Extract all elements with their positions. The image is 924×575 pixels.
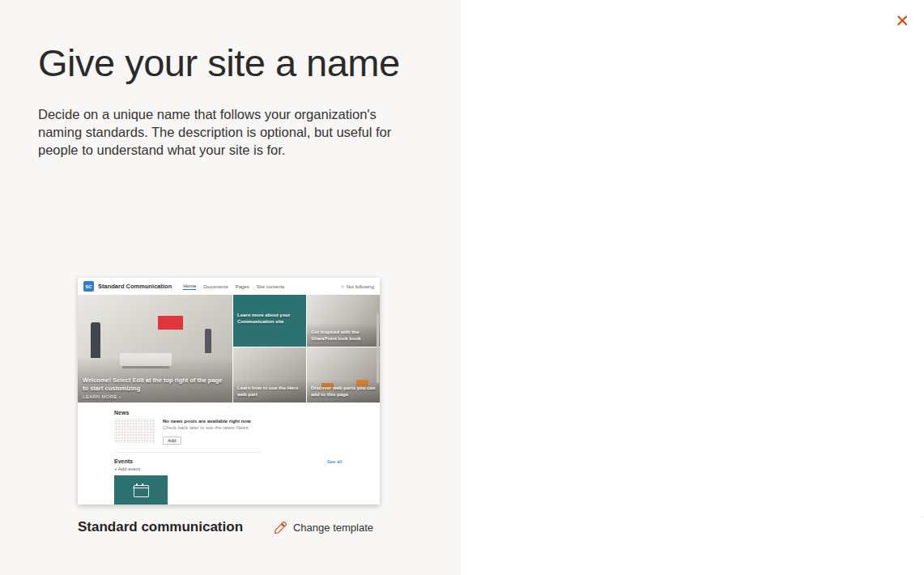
preview-site-nav: Home Documents Pages Site contents: [183, 283, 284, 290]
selected-template-name: Standard communication: [78, 519, 243, 535]
preview-nav-pages: Pages: [236, 284, 249, 289]
hero-tile-caption: Learn more about your Communication site: [237, 313, 303, 326]
news-heading: News: [114, 410, 368, 415]
star-icon: ☆: [340, 283, 344, 289]
hero-tile-webparts: Discover web parts you can add to this p…: [307, 347, 380, 402]
hero-tile-lookbook: Get inspired with the SharePoint look bo…: [307, 295, 380, 347]
preview-nav-documents: Documents: [203, 284, 228, 289]
hero-photo-table: [120, 353, 172, 366]
events-add-event-link: + Add event: [114, 466, 368, 471]
preview-follow-label: Not following: [347, 284, 374, 289]
hero-photo-figure: [205, 329, 211, 353]
hero-tile-hero-webpart: Learn how to use the Hero web part: [233, 347, 306, 402]
page-title: Give your site a name: [38, 40, 400, 85]
change-template-button[interactable]: Change template: [275, 522, 373, 534]
change-template-label: Change template: [293, 522, 373, 534]
preview-site-title: Standard Communication: [98, 283, 172, 290]
preview-events-section: Events See all + Add event: [78, 453, 380, 505]
news-placeholder-image: [114, 419, 155, 443]
hero-photo-red-poster: [158, 316, 183, 330]
hero-main-caption: Welcome! Select Edit at the top right of…: [83, 377, 228, 392]
hero-learn-more-link: LEARN MORE ›: [83, 394, 121, 399]
hero-tile-caption: Get inspired with the SharePoint look bo…: [311, 330, 377, 343]
hero-tile-communication: Learn more about your Communication site: [233, 295, 306, 347]
preview-hero-main-photo: Welcome! Select Edit at the top right of…: [78, 295, 232, 402]
preview-nav-site-contents: Site contents: [257, 284, 285, 289]
preview-hero-tiles: Learn more about your Communication site…: [233, 295, 380, 402]
news-empty-title: No news posts are available right now: [163, 419, 251, 424]
news-empty-subtitle: Check back later to see the latest News.: [163, 425, 251, 430]
right-panel: ✕ See other options Site name* The site …: [461, 0, 924, 575]
pencil-icon: [275, 522, 287, 534]
preview-site-header: SC Standard Communication Home Documents…: [78, 278, 380, 295]
template-preview-card: SC Standard Communication Home Documents…: [78, 278, 380, 505]
template-row: Standard communication Change template: [78, 519, 380, 535]
preview-site-logo: SC: [83, 281, 94, 292]
hero-tile-caption: Discover web parts you can add to this p…: [311, 385, 377, 398]
preview-news-section: News No news posts are available right n…: [78, 402, 380, 445]
events-see-all-link: See all: [327, 459, 342, 464]
news-add-button: Add: [163, 437, 181, 445]
preview-follow: ☆ Not following: [340, 283, 374, 289]
event-card: [114, 475, 168, 505]
preview-hero: Welcome! Select Edit at the top right of…: [78, 295, 380, 402]
hero-photo-figure: [91, 322, 100, 358]
preview-nav-home: Home: [183, 283, 196, 290]
left-panel: Give your site a name Decide on a unique…: [0, 0, 461, 575]
page-description: Decide on a unique name that follows you…: [38, 106, 419, 159]
close-icon[interactable]: ✕: [893, 11, 911, 31]
calendar-icon: [134, 485, 149, 497]
hero-tile-caption: Learn how to use the Hero web part: [237, 385, 303, 398]
preview-scrollbar: [377, 313, 379, 383]
